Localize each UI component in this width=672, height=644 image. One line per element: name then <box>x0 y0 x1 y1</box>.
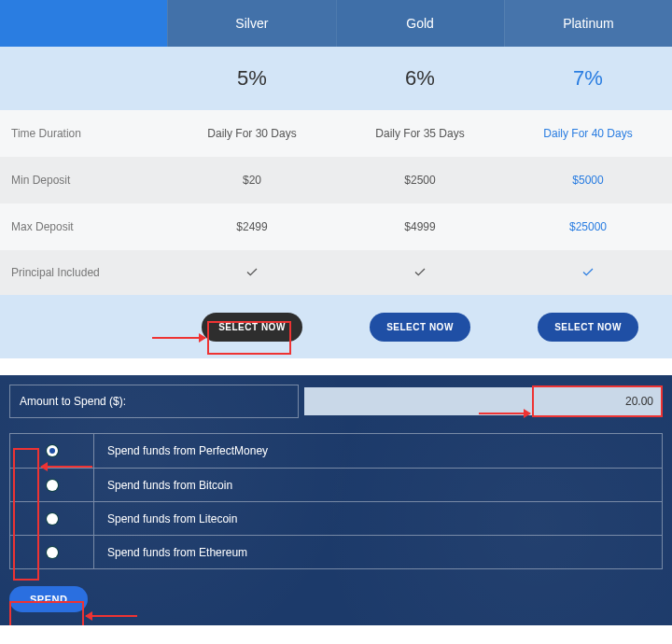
percent-gold: 6% <box>336 47 504 110</box>
duration-gold: Daily For 35 Days <box>336 110 504 157</box>
check-icon <box>245 265 259 281</box>
amount-label: Amount to Spend ($): <box>9 385 299 418</box>
method-row-ethereum[interactable]: Spend funds from Ethereum <box>10 535 662 568</box>
max-label: Max Deposit <box>0 203 168 250</box>
radio-cell[interactable] <box>10 469 94 501</box>
method-label: Spend funds from Ethereum <box>94 536 247 568</box>
method-label: Spend funds from Bitcoin <box>94 469 232 501</box>
duration-platinum: Daily For 40 Days <box>504 110 672 157</box>
tier-header-gold: Gold <box>336 0 504 47</box>
select-blank <box>0 295 168 358</box>
duration-row: Time Duration Daily For 30 Days Daily Fo… <box>0 110 672 157</box>
tier-header-platinum: Platinum <box>504 0 672 47</box>
pricing-header-row: Silver Gold Platinum <box>0 0 672 47</box>
max-platinum: $25000 <box>504 203 672 250</box>
percent-platinum: 7% <box>504 47 672 110</box>
amount-row: Amount to Spend ($): <box>9 385 663 418</box>
duration-label: Time Duration <box>0 110 168 157</box>
amount-input[interactable] <box>304 387 663 415</box>
radio-cell[interactable] <box>10 536 94 568</box>
min-gold: $2500 <box>336 157 504 203</box>
percent-label-blank <box>0 47 168 110</box>
select-gold-button[interactable]: SELECT NOW <box>370 313 470 342</box>
min-silver: $20 <box>168 157 336 203</box>
amount-input-wrap <box>304 387 663 415</box>
tier-header-silver: Silver <box>167 0 335 47</box>
method-row-litecoin[interactable]: Spend funds from Litecoin <box>10 501 662 535</box>
pricing-header-blank <box>0 0 167 47</box>
min-platinum: $5000 <box>504 157 672 203</box>
select-silver-button[interactable]: SELECT NOW <box>202 313 302 342</box>
select-platinum-button[interactable]: SELECT NOW <box>538 313 638 342</box>
payment-methods: Spend funds from PerfectMoney Spend fund… <box>9 433 663 569</box>
duration-silver: Daily For 30 Days <box>168 110 336 157</box>
radio-icon <box>47 513 58 525</box>
method-label: Spend funds from PerfectMoney <box>94 434 268 468</box>
percent-silver: 5% <box>168 47 336 110</box>
spend-button[interactable]: SPEND <box>9 586 88 612</box>
max-silver: $2499 <box>168 203 336 250</box>
check-icon <box>581 265 595 281</box>
principal-platinum <box>504 250 672 295</box>
max-row: Max Deposit $2499 $4999 $25000 <box>0 203 672 250</box>
min-row: Min Deposit $20 $2500 $5000 <box>0 157 672 203</box>
pricing-table: Silver Gold Platinum 5% 6% 7% Time Durat… <box>0 0 672 358</box>
select-row: SELECT NOW SELECT NOW SELECT NOW <box>0 295 672 358</box>
spend-panel: Amount to Spend ($): Spend funds from Pe… <box>0 375 672 625</box>
method-label: Spend funds from Litecoin <box>94 502 237 535</box>
radio-icon <box>47 480 58 491</box>
max-gold: $4999 <box>336 203 504 250</box>
radio-cell[interactable] <box>10 502 94 535</box>
method-row-bitcoin[interactable]: Spend funds from Bitcoin <box>10 468 662 501</box>
method-row-perfectmoney[interactable]: Spend funds from PerfectMoney <box>10 434 662 468</box>
principal-label: Principal Included <box>0 250 168 295</box>
check-icon <box>413 265 427 281</box>
radio-cell[interactable] <box>10 434 94 468</box>
radio-icon <box>47 445 58 456</box>
percent-row: 5% 6% 7% <box>0 47 672 110</box>
radio-icon <box>47 547 58 558</box>
principal-gold <box>336 250 504 295</box>
min-label: Min Deposit <box>0 157 168 203</box>
principal-silver <box>168 250 336 295</box>
principal-row: Principal Included <box>0 250 672 295</box>
